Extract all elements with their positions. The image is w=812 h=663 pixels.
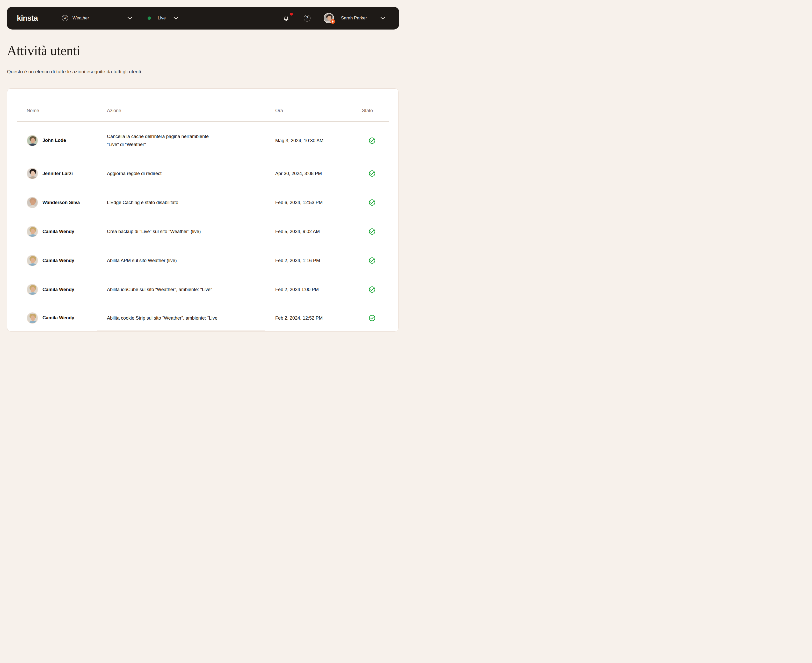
notification-badge <box>290 13 293 16</box>
timestamp: Mag 3, 2024, 10:30 AM <box>275 138 323 143</box>
check-circle-icon <box>369 315 375 322</box>
avatar-torso <box>29 205 37 208</box>
name-cell: Wanderson Silva <box>27 197 80 208</box>
avatar-face <box>31 138 35 144</box>
user-name: Camila Wendy <box>42 229 74 234</box>
site-selector-label[interactable]: Weather <box>73 16 89 21</box>
avatar-face <box>31 258 35 264</box>
user-name: Wanderson Silva <box>42 200 80 205</box>
column-header-nome: Nome <box>27 108 39 113</box>
avatar-torso <box>29 176 37 179</box>
action-text: Abilita APM sul sito Weather (live) <box>107 257 262 265</box>
name-cell: Camila Wendy <box>27 312 74 324</box>
check-circle-icon <box>369 137 375 144</box>
check-circle-icon <box>369 228 375 235</box>
avatar-face <box>31 229 35 234</box>
check-circle-icon <box>369 286 375 293</box>
table-row: Camila Wendy Abilita cookie Strip sul si… <box>7 304 398 332</box>
status-success <box>369 137 375 144</box>
user-name: John Lode <box>42 138 66 143</box>
column-header-stato: Stato <box>362 108 373 113</box>
table-row: Camila Wendy Abilita ionCube sul sito “W… <box>7 275 398 304</box>
user-name: Camila Wendy <box>42 315 74 321</box>
avatar-torso <box>29 321 37 324</box>
action-text: Cancella la cache dell'intera pagina nel… <box>107 133 262 149</box>
action-text: L'Edge Caching è stato disabilitato <box>107 199 262 207</box>
name-cell: Camila Wendy <box>27 255 74 266</box>
avatar-face <box>31 315 35 321</box>
top-navbar: kinsta W Weather Live ? Sarah Parker <box>7 7 399 29</box>
avatar-face <box>31 287 35 293</box>
avatar <box>27 255 38 266</box>
user-name: Camila Wendy <box>42 258 74 264</box>
timestamp: Apr 30, 2024, 3:08 PM <box>275 171 322 176</box>
avatar-face <box>31 200 35 205</box>
status-success <box>369 286 375 293</box>
lightning-badge-icon <box>330 19 335 24</box>
page-subtitle: Questo è un elenco di tutte le azioni es… <box>7 69 141 74</box>
table-body: John Lode Cancella la cache dell'intera … <box>7 122 398 332</box>
name-cell: John Lode <box>27 135 66 146</box>
check-circle-icon <box>369 199 375 206</box>
name-cell: Camila Wendy <box>27 284 74 295</box>
avatar <box>27 284 38 295</box>
status-success <box>369 257 375 264</box>
status-success <box>369 228 375 235</box>
user-name: Jennifer Larzi <box>42 171 73 176</box>
status-success <box>369 170 375 177</box>
status-success <box>369 199 375 206</box>
avatar-torso <box>29 234 37 237</box>
table-header-row: Nome Azione Ora Stato <box>7 89 398 122</box>
help-icon[interactable]: ? <box>304 15 310 21</box>
clipped-row-divider <box>97 330 265 330</box>
action-text: Abilita cookie Strip sul sito “Weather”,… <box>107 314 262 322</box>
timestamp: Feb 2, 2024, 12:52 PM <box>275 315 323 321</box>
avatar-face <box>31 171 35 176</box>
avatar <box>27 226 38 237</box>
notifications-bell-icon[interactable] <box>282 14 290 22</box>
live-status-dot <box>148 16 151 20</box>
check-circle-icon <box>369 257 375 264</box>
avatar <box>27 135 38 146</box>
chevron-down-icon[interactable] <box>380 17 385 19</box>
check-circle-icon <box>369 170 375 177</box>
chevron-down-icon[interactable] <box>173 17 178 19</box>
table-row: Jennifer Larzi Aggiorna regole di redire… <box>7 159 398 188</box>
avatar <box>27 312 38 324</box>
user-menu-name[interactable]: Sarah Parker <box>341 16 367 21</box>
avatar-torso <box>29 293 37 295</box>
timestamp: Feb 5, 2024, 9:02 AM <box>275 229 320 234</box>
name-cell: Jennifer Larzi <box>27 168 73 179</box>
action-text: Abilita ionCube sul sito “Weather”, ambi… <box>107 286 262 294</box>
activity-table-card: Nome Azione Ora Stato John Lode Cancella… <box>7 88 399 332</box>
avatar <box>27 197 38 208</box>
column-header-azione: Azione <box>107 108 121 113</box>
table-row: Camila Wendy Crea backup di "Live" sul s… <box>7 217 398 246</box>
avatar <box>27 168 38 179</box>
wordpress-w: W <box>63 16 66 20</box>
action-text: Aggiorna regole di redirect <box>107 170 262 178</box>
name-cell: Camila Wendy <box>27 226 74 237</box>
chevron-down-icon[interactable] <box>128 17 132 19</box>
table-row: Camila Wendy Abilita APM sul sito Weathe… <box>7 246 398 275</box>
timestamp: Feb 2, 2024 1:00 PM <box>275 287 319 293</box>
wordpress-icon: W <box>62 15 68 21</box>
timestamp: Feb 2, 2024, 1:16 PM <box>275 258 320 264</box>
environment-selector-label[interactable]: Live <box>158 16 166 21</box>
avatar-torso <box>29 264 37 266</box>
timestamp: Feb 6, 2024, 12:53 PM <box>275 200 323 205</box>
kinsta-logo[interactable]: kinsta <box>17 14 38 23</box>
column-header-ora: Ora <box>275 108 283 113</box>
status-success <box>369 315 375 322</box>
help-question-mark: ? <box>306 16 308 21</box>
avatar-torso <box>29 144 37 146</box>
table-row: Wanderson Silva L'Edge Caching è stato d… <box>7 188 398 217</box>
action-text: Crea backup di "Live" sul sito "Weather"… <box>107 228 262 236</box>
user-name: Camila Wendy <box>42 287 74 293</box>
table-row: John Lode Cancella la cache dell'intera … <box>7 122 398 159</box>
page-title: Attività utenti <box>7 43 80 58</box>
